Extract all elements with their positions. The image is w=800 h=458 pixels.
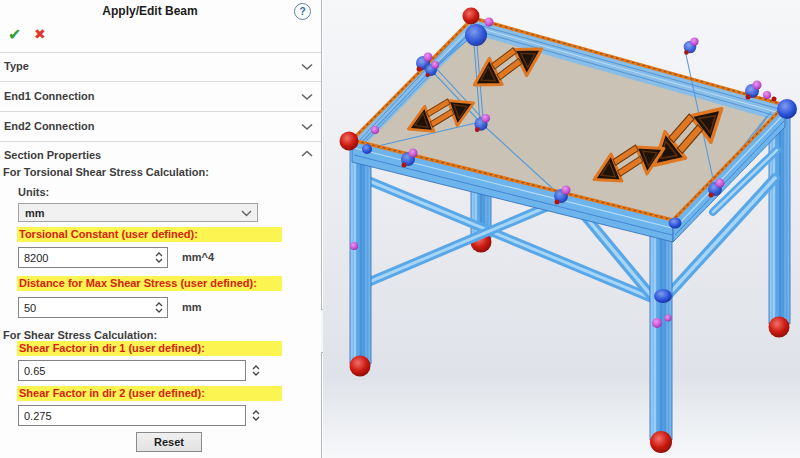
- torsional-constant-label: Torsional Constant (user defined):: [19, 228, 198, 240]
- shear-factor1-spinner[interactable]: [249, 360, 263, 381]
- distance-label-highlight: Distance for Max Shear Stress (user defi…: [17, 276, 282, 291]
- distance-unit: mm: [182, 301, 202, 313]
- section-header-type[interactable]: Type: [0, 53, 321, 80]
- section-header-end2-connection[interactable]: End2 Connection: [0, 113, 321, 140]
- shear-factor2-label: Shear Factor in dir 2 (user defined):: [19, 387, 205, 399]
- shear-group-label: For Shear Stress Calculation:: [3, 329, 157, 341]
- beam-leg-left[interactable]: [350, 140, 372, 377]
- section-label: Type: [4, 60, 29, 72]
- joint-sphere-red: [769, 317, 790, 338]
- shear-factor2-label-highlight: Shear Factor in dir 2 (user defined):: [17, 386, 282, 401]
- chevron-down-icon: [301, 123, 313, 131]
- units-dropdown[interactable]: mm: [18, 203, 258, 222]
- distance-label: Distance for Max Shear Stress (user defi…: [19, 277, 257, 289]
- joint-sphere-magenta: [652, 318, 662, 328]
- torsional-constant-label-highlight: Torsional Constant (user defined):: [17, 227, 282, 242]
- joint-sphere-red: [350, 356, 371, 377]
- torsional-constant-spinner[interactable]: [152, 248, 165, 267]
- section-label: End2 Connection: [4, 120, 94, 132]
- torsional-group-label: For Torsional Shear Stress Calculation:: [3, 166, 209, 178]
- divider: [0, 111, 321, 112]
- reset-button[interactable]: Reset: [136, 432, 202, 452]
- distance-field: [18, 297, 168, 318]
- beam-leg-right[interactable]: [769, 112, 791, 338]
- cancel-button[interactable]: ✖: [34, 26, 46, 42]
- property-manager-panel: Apply/Edit Beam ? ✔ ✖ Type End1 Connecti…: [0, 0, 322, 458]
- beam-leg-front[interactable]: [650, 218, 672, 453]
- joint-sphere-red: [650, 431, 672, 453]
- chevron-up-icon: [301, 150, 313, 158]
- section-label: End1 Connection: [4, 90, 94, 102]
- section-header-end1-connection[interactable]: End1 Connection: [0, 83, 321, 110]
- shear-factor1-label-highlight: Shear Factor in dir 1 (user defined):: [17, 341, 282, 356]
- torsional-constant-input[interactable]: [19, 248, 167, 267]
- joint-sphere-magenta: [665, 315, 672, 322]
- shear-factor1-field: [18, 360, 246, 381]
- section-header-section-properties[interactable]: Section Properties: [0, 142, 321, 164]
- beam-model-canvas[interactable]: [323, 0, 800, 458]
- help-icon[interactable]: ?: [294, 3, 311, 20]
- units-dropdown-value: mm: [25, 207, 45, 219]
- chevron-down-icon: [301, 63, 313, 71]
- shear-factor1-input[interactable]: [19, 361, 245, 380]
- chevron-down-icon: [301, 93, 313, 101]
- joint-sphere-blue: [654, 289, 672, 303]
- shear-factor2-field: [18, 405, 246, 426]
- ok-button[interactable]: ✔: [8, 25, 21, 44]
- shear-factor2-input[interactable]: [19, 406, 245, 425]
- units-label: Units:: [18, 186, 49, 198]
- torsional-constant-unit: mm^4: [182, 251, 214, 263]
- divider: [0, 81, 321, 82]
- shear-factor1-label: Shear Factor in dir 1 (user defined):: [19, 342, 205, 354]
- graphics-area[interactable]: [323, 0, 800, 458]
- distance-input[interactable]: [19, 298, 167, 317]
- shear-factor2-spinner[interactable]: [249, 405, 263, 426]
- torsional-constant-field: [18, 247, 168, 268]
- joint-sphere-magenta: [350, 242, 358, 250]
- page-title: Apply/Edit Beam: [0, 4, 300, 18]
- distance-spinner[interactable]: [152, 298, 165, 317]
- chevron-down-icon: [241, 210, 252, 217]
- section-label: Section Properties: [4, 149, 101, 161]
